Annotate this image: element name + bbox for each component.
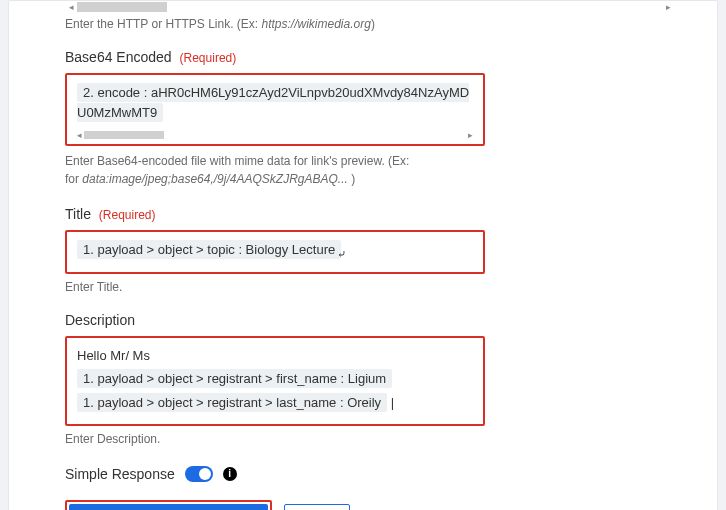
description-plain-text: Hello Mr/ Ms (77, 348, 150, 363)
title-token[interactable]: 1. payload > object > topic : Biology Le… (77, 240, 341, 259)
title-label: Title (Required) (65, 206, 677, 222)
base64-input[interactable]: 2. encode : aHR0cHM6Ly91czAyd2ViLnpvb20u… (65, 73, 485, 146)
description-input[interactable]: Hello Mr/ Ms 1. payload > object > regis… (65, 336, 485, 427)
http-link-helper: Enter the HTTP or HTTPS Link. (Ex: https… (65, 17, 677, 31)
cursor-icon: ⤶ (337, 248, 346, 260)
description-token-firstname[interactable]: 1. payload > object > registrant > first… (77, 369, 392, 388)
save-send-highlight: Save & Send Test Request (65, 500, 272, 510)
scroll-right-icon[interactable]: ▸ (468, 130, 473, 140)
title-input[interactable]: 1. payload > object > topic : Biology Le… (65, 230, 485, 274)
text-cursor-icon: | (391, 395, 394, 410)
description-helper: Enter Description. (65, 432, 677, 446)
form-card: ◂ ▸ Enter the HTTP or HTTPS Link. (Ex: h… (8, 0, 718, 510)
scroll-left-icon[interactable]: ◂ (77, 130, 82, 140)
required-marker: (Required) (99, 208, 156, 222)
base64-helper: Enter Base64-encoded file with mime data… (65, 152, 677, 188)
description-label: Description (65, 312, 677, 328)
base64-inner-scrollbar[interactable]: ◂ ▸ (77, 130, 473, 140)
base64-token[interactable]: 2. encode : aHR0cHM6Ly91czAyd2ViLnpvb20u… (77, 83, 469, 122)
save-send-test-button[interactable]: Save & Send Test Request (69, 504, 268, 510)
scroll-thumb[interactable] (77, 2, 167, 12)
title-helper: Enter Title. (65, 280, 677, 294)
required-marker: (Required) (180, 51, 237, 65)
save-button[interactable]: Save (284, 504, 350, 510)
scroll-track[interactable] (77, 2, 665, 12)
scroll-thumb[interactable] (84, 131, 164, 139)
description-token-lastname[interactable]: 1. payload > object > registrant > last_… (77, 393, 387, 412)
base64-label: Base64 Encoded (Required) (65, 49, 677, 65)
scroll-right-icon[interactable]: ▸ (666, 4, 673, 11)
scroll-left-icon[interactable]: ◂ (69, 4, 76, 11)
toggle-knob (199, 468, 211, 480)
simple-response-label: Simple Response (65, 466, 175, 482)
simple-response-toggle[interactable] (185, 466, 213, 482)
top-scrollbar[interactable]: ◂ ▸ (65, 1, 677, 13)
info-icon[interactable]: i (223, 467, 237, 481)
